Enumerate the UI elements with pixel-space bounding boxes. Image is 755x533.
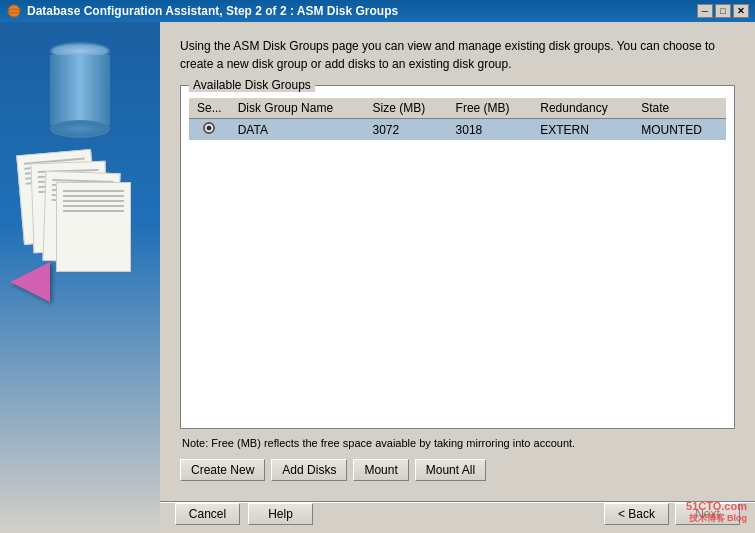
- help-button[interactable]: Help: [248, 503, 313, 525]
- bottom-bar: Cancel Help < Back Next: [160, 503, 755, 533]
- table-header-row: Se... Disk Group Name Size (MB) Free (MB…: [189, 98, 726, 119]
- disk-table: Se... Disk Group Name Size (MB) Free (MB…: [189, 98, 726, 140]
- watermark: 51CTO.com 技术博客 Blog: [686, 500, 747, 525]
- col-header-name: Disk Group Name: [230, 98, 365, 119]
- row-disk-group-name: DATA: [230, 119, 365, 141]
- cancel-button[interactable]: Cancel: [175, 503, 240, 525]
- window-title: Database Configuration Assistant, Step 2…: [27, 4, 697, 18]
- table-wrapper: Se... Disk Group Name Size (MB) Free (MB…: [181, 86, 734, 428]
- note-text: Note: Free (MB) reflects the free space …: [180, 437, 735, 449]
- description-text: Using the ASM Disk Groups page you can v…: [180, 37, 735, 73]
- col-header-free: Free (MB): [448, 98, 533, 119]
- table-row[interactable]: DATA30723018EXTERNMOUNTED: [189, 119, 726, 141]
- row-size: 3072: [364, 119, 447, 141]
- right-panel: Using the ASM Disk Groups page you can v…: [160, 22, 755, 501]
- radio-button[interactable]: [203, 122, 215, 134]
- col-header-redundancy: Redundancy: [532, 98, 633, 119]
- available-disk-groups-box: Available Disk Groups Se... Disk Group N…: [180, 85, 735, 429]
- left-panel: [0, 22, 160, 533]
- arrow-icon: [10, 262, 50, 302]
- bottom-left-buttons: Cancel Help: [175, 503, 313, 525]
- mount-button[interactable]: Mount: [353, 459, 408, 481]
- watermark-line1: 51CTO.com: [686, 500, 747, 512]
- row-redundancy: EXTERN: [532, 119, 633, 141]
- window-body: Using the ASM Disk Groups page you can v…: [0, 22, 755, 533]
- col-header-select: Se...: [189, 98, 230, 119]
- col-header-size: Size (MB): [364, 98, 447, 119]
- watermark-line2: 技术博客 Blog: [686, 512, 747, 525]
- create-new-button[interactable]: Create New: [180, 459, 265, 481]
- close-button[interactable]: ✕: [733, 4, 749, 18]
- window-controls: ─ □ ✕: [697, 4, 749, 18]
- add-disks-button[interactable]: Add Disks: [271, 459, 347, 481]
- svg-point-0: [8, 5, 20, 17]
- minimize-button[interactable]: ─: [697, 4, 713, 18]
- row-select-cell[interactable]: [189, 119, 230, 141]
- col-header-state: State: [633, 98, 726, 119]
- database-icon: [50, 42, 110, 138]
- row-free: 3018: [448, 119, 533, 141]
- row-state: MOUNTED: [633, 119, 726, 141]
- back-button[interactable]: < Back: [604, 503, 669, 525]
- group-box-legend: Available Disk Groups: [189, 78, 315, 92]
- maximize-button[interactable]: □: [715, 4, 731, 18]
- window-icon: [6, 3, 22, 19]
- action-buttons: Create New Add Disks Mount Mount All: [180, 459, 735, 481]
- title-bar: Database Configuration Assistant, Step 2…: [0, 0, 755, 22]
- mount-all-button[interactable]: Mount All: [415, 459, 486, 481]
